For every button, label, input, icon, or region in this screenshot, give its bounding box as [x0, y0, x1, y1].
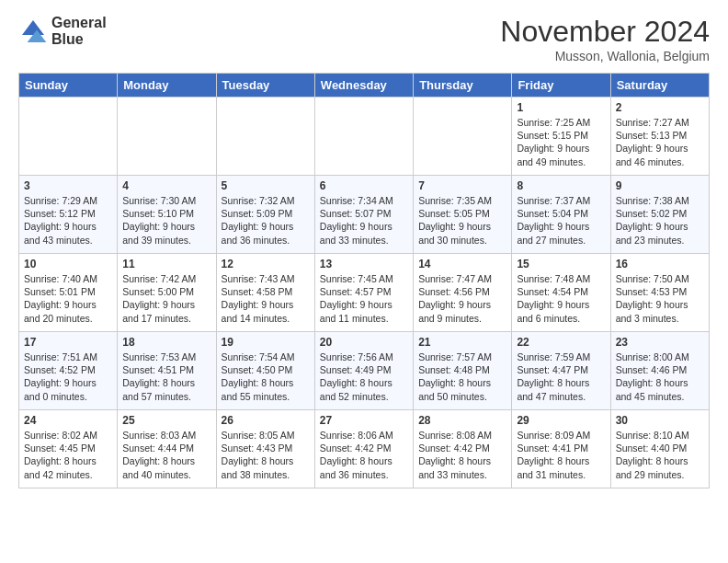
- day-info: Sunset: 4:52 PM: [24, 363, 112, 376]
- day-info: Sunset: 5:04 PM: [517, 207, 605, 220]
- day-info: Sunset: 4:46 PM: [616, 363, 704, 376]
- day-cell: 18Sunrise: 7:53 AMSunset: 4:51 PMDayligh…: [118, 332, 216, 410]
- day-info: Daylight: 8 hours and 55 minutes.: [222, 376, 310, 402]
- day-cell: [216, 98, 314, 176]
- day-number: 29: [517, 414, 605, 427]
- day-number: 15: [517, 258, 605, 270]
- day-cell: 30Sunrise: 8:10 AMSunset: 4:40 PMDayligh…: [610, 410, 709, 488]
- day-number: 18: [122, 336, 210, 349]
- day-info: Sunrise: 7:34 AM: [320, 194, 408, 207]
- day-number: 30: [616, 414, 704, 427]
- day-number: 16: [616, 258, 704, 270]
- day-info: Daylight: 8 hours and 50 minutes.: [418, 376, 506, 402]
- col-header-wednesday: Wednesday: [314, 74, 413, 98]
- day-info: Daylight: 9 hours and 23 minutes.: [616, 220, 704, 246]
- day-cell: 20Sunrise: 7:56 AMSunset: 4:49 PMDayligh…: [314, 332, 413, 410]
- day-number: 25: [122, 414, 210, 427]
- day-info: Daylight: 8 hours and 29 minutes.: [616, 454, 704, 480]
- day-info: Sunrise: 7:51 AM: [24, 350, 112, 363]
- day-info: Daylight: 9 hours and 43 minutes.: [24, 220, 112, 246]
- day-info: Sunset: 4:41 PM: [517, 442, 605, 454]
- day-cell: 23Sunrise: 8:00 AMSunset: 4:46 PMDayligh…: [610, 332, 709, 410]
- day-cell: 24Sunrise: 8:02 AMSunset: 4:45 PMDayligh…: [19, 410, 118, 488]
- day-info: Daylight: 9 hours and 9 minutes.: [418, 298, 506, 324]
- title-block: November 2024 Musson, Wallonia, Belgium: [500, 15, 710, 63]
- day-cell: [314, 98, 413, 176]
- day-number: 20: [320, 336, 408, 349]
- location: Musson, Wallonia, Belgium: [500, 49, 710, 63]
- day-info: Sunset: 4:54 PM: [517, 285, 605, 298]
- header: General Blue November 2024 Musson, Wallo…: [18, 15, 710, 63]
- day-info: Sunrise: 7:56 AM: [320, 350, 408, 363]
- day-cell: 6Sunrise: 7:34 AMSunset: 5:07 PMDaylight…: [314, 176, 413, 254]
- day-cell: 2Sunrise: 7:27 AMSunset: 5:13 PMDaylight…: [610, 98, 709, 176]
- day-info: Sunset: 4:48 PM: [418, 363, 506, 376]
- week-row-0: 1Sunrise: 7:25 AMSunset: 5:15 PMDaylight…: [19, 98, 710, 176]
- day-number: 2: [616, 101, 704, 114]
- day-number: 1: [517, 101, 605, 114]
- day-info: Sunset: 4:49 PM: [320, 363, 408, 376]
- day-cell: 19Sunrise: 7:54 AMSunset: 4:50 PMDayligh…: [216, 332, 314, 410]
- day-info: Daylight: 9 hours and 17 minutes.: [122, 298, 210, 324]
- day-info: Sunrise: 7:38 AM: [616, 194, 704, 207]
- day-info: Sunrise: 7:45 AM: [320, 272, 408, 285]
- day-info: Sunset: 4:50 PM: [222, 363, 310, 376]
- day-cell: 14Sunrise: 7:47 AMSunset: 4:56 PMDayligh…: [414, 254, 512, 332]
- day-info: Sunrise: 7:40 AM: [24, 272, 112, 285]
- day-info: Daylight: 9 hours and 36 minutes.: [222, 220, 310, 246]
- day-number: 14: [418, 258, 506, 270]
- day-info: Daylight: 8 hours and 40 minutes.: [122, 454, 210, 480]
- day-cell: 1Sunrise: 7:25 AMSunset: 5:15 PMDaylight…: [512, 98, 610, 176]
- day-number: 11: [122, 258, 210, 270]
- day-number: 8: [517, 179, 605, 192]
- day-cell: 26Sunrise: 8:05 AMSunset: 4:43 PMDayligh…: [216, 410, 314, 488]
- day-info: Sunrise: 7:25 AM: [517, 116, 605, 129]
- day-info: Daylight: 9 hours and 46 minutes.: [616, 142, 704, 167]
- day-cell: 13Sunrise: 7:45 AMSunset: 4:57 PMDayligh…: [314, 254, 413, 332]
- day-info: Sunset: 5:10 PM: [122, 207, 210, 220]
- day-cell: 8Sunrise: 7:37 AMSunset: 5:04 PMDaylight…: [512, 176, 610, 254]
- col-header-tuesday: Tuesday: [216, 74, 314, 98]
- day-info: Daylight: 8 hours and 33 minutes.: [418, 454, 506, 480]
- day-cell: 9Sunrise: 7:38 AMSunset: 5:02 PMDaylight…: [610, 176, 709, 254]
- day-info: Sunset: 5:13 PM: [616, 129, 704, 142]
- week-row-4: 24Sunrise: 8:02 AMSunset: 4:45 PMDayligh…: [19, 410, 710, 488]
- day-info: Daylight: 9 hours and 11 minutes.: [320, 298, 408, 324]
- day-info: Sunrise: 8:03 AM: [122, 429, 210, 442]
- day-info: Sunrise: 7:30 AM: [122, 194, 210, 207]
- day-number: 24: [24, 414, 112, 427]
- day-info: Sunset: 5:07 PM: [320, 207, 408, 220]
- day-info: Sunrise: 7:32 AM: [222, 194, 310, 207]
- logo: General Blue: [18, 15, 107, 47]
- day-info: Sunset: 4:58 PM: [222, 285, 310, 298]
- day-info: Sunrise: 8:05 AM: [222, 429, 310, 442]
- day-info: Sunrise: 8:09 AM: [517, 429, 605, 442]
- day-info: Sunrise: 7:29 AM: [24, 194, 112, 207]
- day-info: Sunrise: 8:08 AM: [418, 429, 506, 442]
- calendar-table: SundayMondayTuesdayWednesdayThursdayFrid…: [18, 73, 710, 488]
- col-header-friday: Friday: [512, 74, 610, 98]
- day-cell: [19, 98, 118, 176]
- logo-line1: General: [51, 15, 107, 31]
- day-info: Sunrise: 7:47 AM: [418, 272, 506, 285]
- day-info: Sunrise: 8:06 AM: [320, 429, 408, 442]
- day-info: Sunrise: 7:35 AM: [418, 194, 506, 207]
- day-number: 9: [616, 179, 704, 192]
- day-number: 13: [320, 258, 408, 270]
- day-cell: 21Sunrise: 7:57 AMSunset: 4:48 PMDayligh…: [414, 332, 512, 410]
- logo-icon: [18, 17, 48, 46]
- day-info: Daylight: 8 hours and 38 minutes.: [222, 454, 310, 480]
- day-info: Sunset: 4:43 PM: [222, 442, 310, 454]
- day-info: Sunset: 4:53 PM: [616, 285, 704, 298]
- day-info: Sunrise: 8:10 AM: [616, 429, 704, 442]
- day-info: Sunset: 5:02 PM: [616, 207, 704, 220]
- day-number: 19: [222, 336, 310, 349]
- day-info: Daylight: 9 hours and 33 minutes.: [320, 220, 408, 246]
- day-number: 28: [418, 414, 506, 427]
- day-number: 6: [320, 179, 408, 192]
- day-cell: 7Sunrise: 7:35 AMSunset: 5:05 PMDaylight…: [414, 176, 512, 254]
- day-info: Daylight: 9 hours and 14 minutes.: [222, 298, 310, 324]
- day-cell: 3Sunrise: 7:29 AMSunset: 5:12 PMDaylight…: [19, 176, 118, 254]
- day-info: Sunset: 4:40 PM: [616, 442, 704, 454]
- day-info: Sunset: 5:05 PM: [418, 207, 506, 220]
